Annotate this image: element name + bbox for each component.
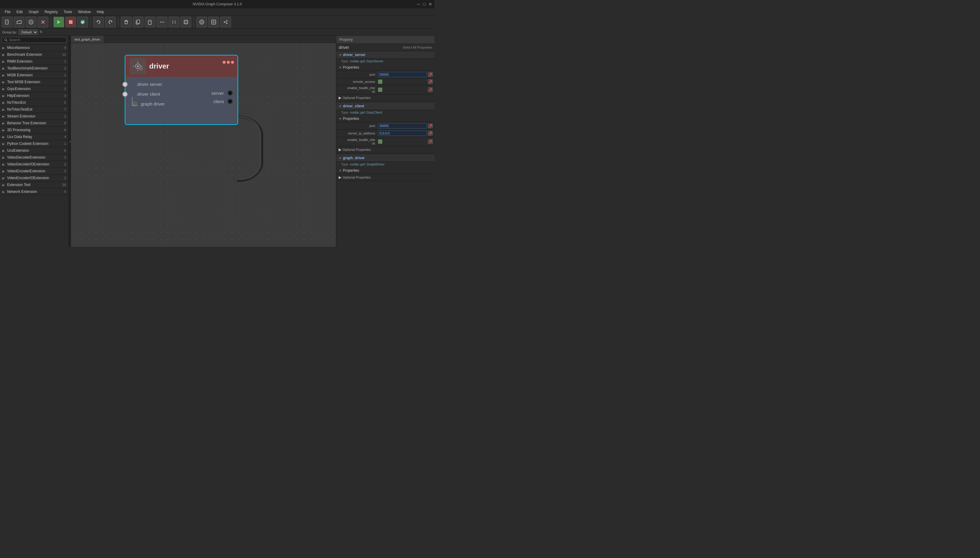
ext-item-ucx-data-relay[interactable]: ▶ Ucx Data Relay 4: [0, 133, 68, 140]
check-button[interactable]: [77, 17, 88, 28]
title-bar-controls[interactable]: ─ □ ✕: [417, 2, 432, 7]
ext-item-behavior-tree-extension[interactable]: ▶ Behavior Tree Extension 8: [0, 120, 68, 127]
port-socket-client-out[interactable]: [227, 98, 233, 104]
stop-button[interactable]: [65, 17, 76, 28]
node-dots[interactable]: [222, 61, 234, 64]
open-button[interactable]: [14, 17, 25, 28]
play-button[interactable]: [53, 17, 64, 28]
search-input[interactable]: [9, 38, 64, 42]
ext-item-videoencoderextension[interactable]: ▶ VideoEncoderExtension 3: [0, 168, 68, 175]
redo-button[interactable]: [105, 17, 116, 28]
prop-pin-port-client[interactable]: 📌: [428, 123, 433, 128]
prop-pin-port-server[interactable]: 📌: [428, 72, 433, 77]
ext-item-miscellaneous[interactable]: ▶ Miscellaneous 4: [0, 44, 68, 51]
port-row-server-out[interactable]: server: [211, 90, 233, 96]
ext-item-videoencoderioextension[interactable]: ▶ VideoEncoderIOExtension 2: [0, 175, 68, 182]
driver-node[interactable]: driver driver server driver: [125, 55, 238, 125]
prop-input-server-ip[interactable]: [378, 131, 427, 136]
opt-section-client[interactable]: ▶ Optional Properties: [336, 146, 435, 153]
port-row-driver-server[interactable]: driver server: [130, 82, 233, 87]
ext-item-misb-extension[interactable]: ▶ MISB Extension 1: [0, 72, 68, 79]
minimize-button[interactable]: ─: [417, 2, 420, 7]
port-label-driver-client: driver client: [135, 92, 160, 97]
ext-item-benchmark-extension[interactable]: ▶ Benchmark Extension 11: [0, 51, 68, 58]
refresh-icon[interactable]: ↻: [40, 30, 42, 34]
more-button-1[interactable]: [156, 17, 167, 28]
ext-item-grpcextension[interactable]: ▶ GrpcExtension 2: [0, 85, 68, 92]
prop-pin-health-check-client[interactable]: 📌: [428, 139, 433, 144]
props-section-server[interactable]: ▼ Properties: [336, 64, 435, 71]
prop-pin-server-ip[interactable]: 📌: [428, 131, 433, 136]
menu-tools[interactable]: Tools: [61, 9, 74, 15]
prop-pin-remote-access[interactable]: 📌: [428, 79, 433, 84]
paste-button[interactable]: [145, 17, 155, 28]
props-section-graph-driver[interactable]: ▼ Properties: [336, 167, 435, 174]
groupby-select[interactable]: Default: [18, 30, 38, 35]
ext-item-nvtritontestext[interactable]: ▶ NvTritonTestExt 7: [0, 106, 68, 113]
prop-input-port-client[interactable]: [378, 123, 427, 128]
ext-chevron: ▶: [2, 142, 6, 146]
ext-item-httpextension[interactable]: ▶ HttpExtension 3: [0, 92, 68, 99]
save-disk-button[interactable]: [26, 17, 36, 28]
ext-item-name: MISB Extension: [7, 73, 63, 77]
canvas-tab[interactable]: test_graph_driver: [71, 36, 104, 43]
menu-file[interactable]: File: [2, 9, 13, 15]
port-row-client-out[interactable]: client: [213, 98, 233, 104]
ext-chevron: ▶: [2, 67, 6, 70]
ext-item-videodecoderioextension[interactable]: ▶ VideoDecoderIOExtension 2: [0, 161, 68, 168]
ext-item-extension-test[interactable]: ▶ Extension Test 20: [0, 182, 68, 189]
graph-icon-button[interactable]: [220, 17, 231, 28]
ext-item-videodecoderextension[interactable]: ▶ VideoDecoderExtension 3: [0, 154, 68, 161]
props-section-client[interactable]: ▼ Properties: [336, 115, 435, 122]
menu-registry[interactable]: Registry: [42, 9, 60, 15]
close-graph-button[interactable]: [38, 17, 48, 28]
prop-pin-health-check-server[interactable]: 📌: [428, 87, 433, 92]
undo-button[interactable]: [93, 17, 104, 28]
prop-input-port-server[interactable]: [378, 72, 427, 77]
canvas-tab-bar: test_graph_driver: [71, 36, 336, 43]
copy-button[interactable]: [133, 17, 143, 28]
section-graph-driver[interactable]: ▼ graph_driver: [336, 154, 435, 162]
opt-section-name-graph-driver: Optional Properties: [343, 176, 371, 179]
prop-name-remote-access: remote_access: [341, 80, 377, 84]
ext-item-3d-processing[interactable]: ▶ 3D Processing 8: [0, 127, 68, 133]
canvas-area[interactable]: test_graph_driver: [71, 36, 336, 247]
ext-item-rmm-extension[interactable]: ▶ RMM Extension 1: [0, 58, 68, 65]
checkbox-health-check-client[interactable]: [378, 140, 382, 144]
graph-canvas[interactable]: driver driver server driver: [71, 43, 336, 247]
menu-window[interactable]: Window: [76, 9, 93, 15]
select-all-properties-label[interactable]: Select All Properties: [403, 46, 432, 49]
svg-rect-15: [137, 20, 140, 23]
ext-item-ucxextension[interactable]: ▶ UcxExtension 6: [0, 147, 68, 154]
opt-section-server[interactable]: ▶ Optional Properties: [336, 95, 435, 101]
ext-item-network-extension[interactable]: ▶ Network Extension 4: [0, 189, 68, 195]
ext-item-testbenchmarkextension[interactable]: ▶ TestBenchmarkExtension 2: [0, 65, 68, 72]
ext-item-nvtritonext[interactable]: ▶ NvTritonExt 5: [0, 99, 68, 106]
type-value-server: nvidia::gxf::GrpcServer: [350, 59, 384, 63]
ext-item-python-codelet-extension[interactable]: ▶ Python Codelet Extension 1: [0, 140, 68, 147]
crosshair-button[interactable]: [208, 17, 219, 28]
section-driver-client[interactable]: ▼ driver_client: [336, 103, 435, 110]
menu-help[interactable]: Help: [94, 9, 107, 15]
menu-graph[interactable]: Graph: [26, 9, 41, 15]
target-button[interactable]: [196, 17, 207, 28]
checkbox-health-check-server[interactable]: [378, 88, 382, 92]
opt-section-graph-driver[interactable]: ▶ Optional Properties: [336, 174, 435, 181]
delete-button[interactable]: [121, 17, 132, 28]
ext-item-test-misb-extension[interactable]: ▶ Test MISB Extension 2: [0, 79, 68, 85]
port-socket-driver-server[interactable]: [122, 82, 128, 87]
menu-edit[interactable]: Edit: [14, 9, 25, 15]
section-driver-server[interactable]: ▼ driver_server: [336, 51, 435, 59]
new-button[interactable]: +: [2, 17, 13, 28]
maximize-button[interactable]: □: [423, 2, 425, 7]
port-socket-driver-client[interactable]: [122, 92, 128, 97]
checkbox-remote-access[interactable]: [378, 80, 382, 84]
port-socket-server-out[interactable]: [227, 90, 233, 96]
more-button-2[interactable]: [169, 17, 180, 28]
ext-item-stream-extension[interactable]: ▶ Stream Extension 1: [0, 113, 68, 120]
record-button[interactable]: [181, 17, 191, 28]
collapse-handle[interactable]: ◂: [69, 36, 71, 247]
close-button[interactable]: ✕: [428, 2, 432, 7]
search-container[interactable]: [2, 37, 66, 43]
ext-item-count: 3: [64, 156, 66, 159]
